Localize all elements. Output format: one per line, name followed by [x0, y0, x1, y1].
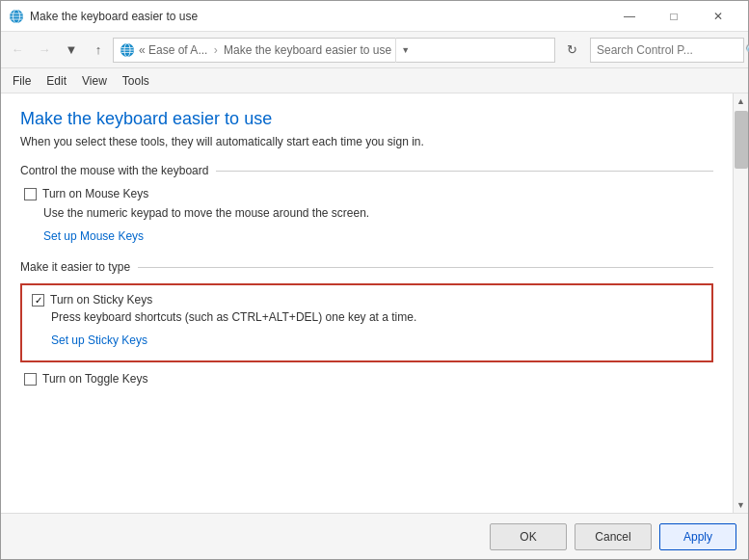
content-area: Make the keyboard easier to use When you… [1, 93, 733, 513]
menubar: File Edit View Tools [1, 68, 748, 93]
up-button[interactable]: ↑ [86, 38, 111, 63]
setup-mouse-keys-link[interactable]: Set up Mouse Keys [43, 229, 144, 243]
sticky-keys-label: Turn on Sticky Keys [50, 293, 152, 307]
search-box[interactable]: 🔍 [590, 38, 744, 63]
menu-view[interactable]: View [74, 72, 115, 90]
toggle-keys-row: Turn on Toggle Keys [24, 372, 713, 386]
address-dropdown-button[interactable]: ▼ [395, 38, 415, 63]
address-box[interactable]: « Ease of A... › Make the keyboard easie… [113, 38, 555, 63]
sticky-keys-checkbox[interactable]: ✓ [32, 294, 44, 307]
toggle-keys-checkbox[interactable] [24, 373, 37, 386]
minimize-button[interactable]: — [607, 1, 652, 32]
breadcrumb-separator: › [214, 43, 221, 57]
menu-edit[interactable]: Edit [39, 72, 74, 90]
section1-line [216, 171, 713, 172]
menu-file[interactable]: File [5, 72, 39, 90]
scroll-thumb[interactable] [735, 111, 748, 169]
mouse-keys-label: Turn on Mouse Keys [42, 187, 148, 200]
refresh-button[interactable]: ↻ [559, 38, 584, 63]
sticky-keys-row: ✓ Turn on Sticky Keys [32, 293, 702, 307]
section2-divider: Make it easier to type [20, 260, 713, 274]
page-subtitle: When you select these tools, they will a… [20, 135, 713, 148]
back-button[interactable]: ← [5, 38, 30, 63]
section2-label: Make it easier to type [20, 260, 130, 274]
window-controls: — □ ✕ [607, 1, 740, 32]
mouse-keys-checkbox[interactable] [24, 188, 37, 200]
ok-button[interactable]: OK [490, 523, 567, 550]
footer: OK Cancel Apply [1, 513, 748, 559]
titlebar: Make the keyboard easier to use — □ ✕ [1, 1, 748, 32]
sticky-keys-section: ✓ Turn on Sticky Keys Press keyboard sho… [20, 283, 713, 362]
content-wrapper: Make the keyboard easier to use When you… [1, 93, 748, 513]
breadcrumb-prefix: « Ease of A... [139, 43, 207, 57]
main-window: Make the keyboard easier to use — □ ✕ ← … [0, 0, 749, 560]
setup-sticky-keys-link[interactable]: Set up Sticky Keys [51, 333, 147, 347]
mouse-keys-desc: Use the numeric keypad to move the mouse… [43, 206, 713, 220]
window-icon [9, 9, 24, 24]
breadcrumb-current: Make the keyboard easier to use [224, 43, 391, 57]
menu-tools[interactable]: Tools [115, 72, 157, 90]
scroll-down-arrow[interactable]: ▼ [734, 497, 749, 513]
window-title: Make the keyboard easier to use [30, 10, 607, 23]
apply-button[interactable]: Apply [659, 523, 736, 550]
breadcrumb: « Ease of A... › Make the keyboard easie… [139, 43, 391, 57]
scroll-up-arrow[interactable]: ▲ [734, 93, 749, 109]
cancel-button[interactable]: Cancel [575, 523, 652, 550]
search-icon: 🔍 [745, 43, 749, 57]
addressbar: ← → ▼ ↑ « Ease of A... › Make the keyboa… [1, 32, 748, 68]
search-input[interactable] [597, 43, 741, 57]
globe-icon [120, 42, 135, 58]
sticky-keys-desc: Press keyboard shortcuts (such as CTRL+A… [51, 310, 702, 324]
maximize-button[interactable]: □ [652, 1, 696, 32]
section1-label: Control the mouse with the keyboard [20, 164, 208, 177]
mouse-keys-row: Turn on Mouse Keys [24, 187, 713, 200]
section1-divider: Control the mouse with the keyboard [20, 164, 713, 177]
section2-line [138, 267, 713, 268]
dropdown-button[interactable]: ▼ [59, 38, 84, 63]
toggle-keys-label: Turn on Toggle Keys [42, 372, 147, 386]
close-button[interactable]: ✕ [696, 1, 740, 32]
forward-button[interactable]: → [32, 38, 57, 63]
page-title: Make the keyboard easier to use [20, 109, 713, 129]
scrollbar[interactable]: ▲ ▼ [733, 93, 748, 513]
